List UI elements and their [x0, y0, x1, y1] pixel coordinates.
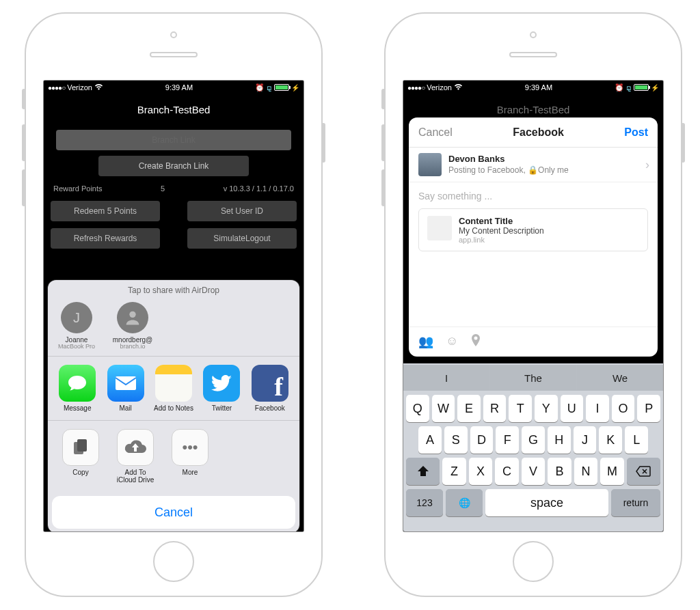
- share-app-message[interactable]: Message: [56, 365, 98, 412]
- share-app-label: Facebook: [249, 404, 291, 412]
- svg-rect-1: [116, 376, 136, 390]
- mail-icon: [107, 365, 144, 402]
- letter-key[interactable]: N: [574, 458, 597, 485]
- letter-key[interactable]: X: [469, 458, 492, 485]
- home-button[interactable]: [153, 541, 194, 582]
- compose-user-name: Devon Banks: [448, 154, 569, 165]
- create-branch-link-button: Create Branch Link: [98, 156, 249, 176]
- simulate-logout-button: SimulateLogout: [187, 228, 297, 249]
- svg-rect-3: [77, 439, 87, 452]
- compose-audience-row[interactable]: Devon Banks Posting to Facebook, 🔒Only m…: [409, 148, 658, 182]
- share-app-mail[interactable]: Mail: [104, 365, 146, 412]
- share-app-facebook[interactable]: f Facebook: [249, 365, 291, 412]
- compose-title: Facebook: [513, 126, 564, 139]
- letter-key[interactable]: W: [432, 395, 455, 422]
- letter-key[interactable]: P: [637, 395, 660, 422]
- letter-key[interactable]: C: [495, 458, 518, 485]
- link-description: My Content Description: [459, 226, 544, 236]
- prediction-key[interactable]: We: [577, 365, 663, 391]
- battery-icon: [634, 84, 649, 91]
- alarm-icon: ⏰: [255, 83, 265, 92]
- share-action-copy[interactable]: Copy: [56, 429, 105, 484]
- status-bar: ●●●●○ Verizon 9:39 AM ⏰ ⚼ ⚡: [403, 81, 663, 94]
- letter-key[interactable]: O: [612, 395, 635, 422]
- copy-icon: [62, 429, 99, 466]
- letter-key[interactable]: F: [496, 426, 519, 454]
- camera-icon: [530, 31, 537, 38]
- compose-text-input[interactable]: [409, 182, 658, 206]
- letter-key[interactable]: H: [548, 426, 571, 454]
- screen-left: ●●●●○ Verizon 9:39 AM ⏰ ⚼ ⚡ Branch-TestB…: [44, 81, 304, 531]
- prediction-key[interactable]: The: [490, 365, 577, 391]
- airdrop-target[interactable]: J Joanne MacBook Pro: [55, 302, 98, 350]
- twitter-icon: [203, 365, 240, 402]
- clock-label: 9:39 AM: [165, 83, 193, 92]
- home-button[interactable]: [513, 541, 554, 582]
- link-thumbnail-icon: [427, 216, 452, 240]
- compose-post-button[interactable]: Post: [624, 126, 648, 139]
- link-url: app.link: [459, 236, 544, 244]
- letter-key[interactable]: M: [600, 458, 623, 485]
- user-avatar-icon: [418, 153, 442, 176]
- more-icon: •••: [172, 429, 208, 466]
- letter-key[interactable]: E: [457, 395, 481, 422]
- letter-key[interactable]: L: [625, 426, 648, 454]
- share-app-notes[interactable]: Add to Notes: [152, 365, 195, 412]
- letter-key[interactable]: A: [418, 426, 442, 454]
- airdrop-target-sublabel: MacBook Pro: [55, 344, 98, 350]
- letter-key[interactable]: U: [561, 395, 584, 422]
- letter-key[interactable]: Y: [535, 395, 558, 422]
- emoji-icon[interactable]: ☺: [446, 334, 458, 350]
- letter-key[interactable]: J: [574, 426, 597, 454]
- camera-icon: [170, 31, 177, 38]
- phone-device-right: ●●●●○ Verizon 9:39 AM ⏰ ⚼ ⚡ Branch-TestB…: [384, 12, 682, 597]
- version-label: v 10.3.3 / 1.1 / 0.17.0: [224, 184, 294, 193]
- letter-key[interactable]: B: [548, 458, 571, 485]
- globe-key[interactable]: 🌐: [446, 489, 483, 516]
- chevron-right-icon: ›: [645, 158, 649, 172]
- shift-key[interactable]: [406, 458, 440, 485]
- bluetooth-icon: ⚼: [626, 83, 632, 92]
- share-app-twitter[interactable]: Twitter: [200, 365, 243, 412]
- screen-right: ●●●●○ Verizon 9:39 AM ⏰ ⚼ ⚡ Branch-TestB…: [403, 81, 663, 531]
- signal-dots-icon: ●●●●○: [48, 84, 65, 92]
- location-icon[interactable]: [470, 334, 481, 350]
- refresh-rewards-button: Refresh Rewards: [51, 228, 160, 249]
- nav-title: Branch-TestBed: [44, 94, 304, 124]
- reward-points-label: Reward Points: [53, 184, 103, 193]
- letter-key[interactable]: D: [470, 426, 494, 454]
- letter-key[interactable]: Z: [442, 458, 466, 485]
- airdrop-target[interactable]: mnordberg@ branch.io: [111, 302, 154, 350]
- share-app-label: Mail: [104, 404, 146, 412]
- airdrop-avatar-icon: [117, 302, 148, 333]
- share-action-label: Add To iCloud Drive: [111, 469, 160, 484]
- carrier-label: Verizon: [427, 83, 452, 92]
- airdrop-target-sublabel: branch.io: [111, 344, 154, 350]
- letter-key[interactable]: G: [522, 426, 545, 454]
- tag-friends-icon[interactable]: 👥: [418, 334, 433, 350]
- share-cancel-button[interactable]: Cancel: [52, 496, 295, 529]
- share-app-label: Twitter: [200, 404, 243, 412]
- share-action-more[interactable]: ••• More: [165, 429, 215, 484]
- letter-key[interactable]: I: [586, 395, 609, 422]
- compose-cancel-button[interactable]: Cancel: [418, 126, 453, 139]
- space-key[interactable]: space: [485, 489, 608, 516]
- letter-key[interactable]: R: [483, 395, 507, 422]
- cloud-upload-icon: [117, 429, 154, 466]
- backspace-key[interactable]: [627, 458, 660, 485]
- signal-dots-icon: ●●●●○: [407, 84, 425, 92]
- return-key[interactable]: return: [611, 489, 660, 516]
- prediction-key[interactable]: I: [403, 365, 490, 391]
- share-sheet-header: Tap to share with AirDrop: [48, 280, 299, 299]
- letter-key[interactable]: Q: [406, 395, 429, 422]
- letter-key[interactable]: S: [444, 426, 468, 454]
- carrier-label: Verizon: [67, 83, 92, 92]
- letter-key[interactable]: V: [522, 458, 545, 485]
- letter-key[interactable]: T: [509, 395, 532, 422]
- letter-key[interactable]: K: [599, 426, 622, 454]
- bluetooth-icon: ⚼: [267, 83, 272, 92]
- speaker-icon: [509, 52, 557, 57]
- alarm-icon: ⏰: [615, 83, 624, 92]
- share-action-icloud[interactable]: Add To iCloud Drive: [111, 429, 160, 484]
- numbers-key[interactable]: 123: [406, 489, 443, 516]
